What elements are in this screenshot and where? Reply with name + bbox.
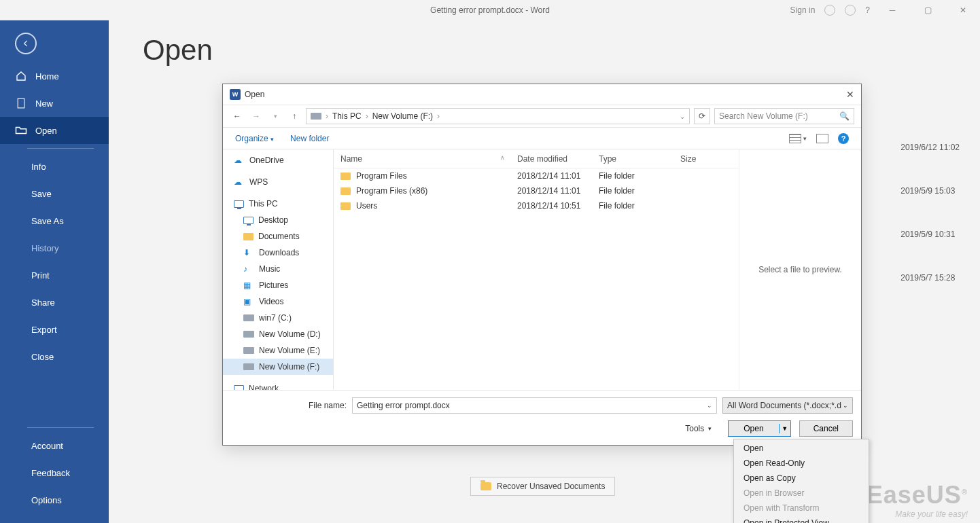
nav-recent-dropdown[interactable]: ▾	[268, 113, 283, 120]
sidebar-item-home[interactable]: Home	[0, 62, 109, 90]
open-button-main[interactable]: Open	[729, 424, 779, 433]
nav-forward-button[interactable]: →	[249, 111, 264, 121]
menu-item[interactable]: Open as Copy	[734, 471, 869, 486]
sidebar-item-save[interactable]: Save	[0, 180, 109, 207]
face-smile-icon[interactable]	[824, 5, 835, 16]
sidebar-item-options[interactable]: Options	[0, 486, 109, 513]
home-icon	[15, 70, 27, 82]
nav-up-button[interactable]: ↑	[287, 111, 302, 121]
filename-input[interactable]: Getting error prompt.docx ⌄	[352, 397, 717, 414]
menu-item[interactable]: Open in Protected View	[734, 516, 869, 523]
tree-item[interactable]: ▦Pictures	[223, 277, 333, 293]
open-split-button[interactable]: Open ▼	[728, 420, 790, 437]
open-mode-menu: OpenOpen Read-OnlyOpen as CopyOpen in Br…	[733, 439, 869, 523]
tree-label: Pictures	[259, 281, 288, 290]
file-list: Name Date modified Type Size Program Fil…	[334, 149, 739, 390]
tree-item[interactable]: New Volume (D:)	[223, 326, 333, 342]
organize-menu[interactable]: Organize ▾	[235, 134, 274, 143]
recover-unsaved-button[interactable]: Recover Unsaved Documents	[470, 477, 615, 496]
drive-icon	[243, 363, 254, 370]
dialog-close-button[interactable]: ✕	[846, 89, 854, 100]
sidebar-item-account[interactable]: Account	[0, 432, 109, 459]
tree-label: Network	[249, 384, 279, 390]
drive-icon	[243, 347, 254, 354]
tree-label: New Volume (D:)	[259, 329, 321, 339]
sidebar-item-close[interactable]: Close	[0, 343, 109, 370]
maximize-button[interactable]: ▢	[915, 0, 941, 20]
address-dropdown-icon[interactable]: ⌄	[680, 113, 685, 120]
tree-label: Documents	[258, 232, 300, 241]
sidebar-label: Open	[35, 126, 57, 136]
col-size[interactable]: Size	[673, 154, 721, 164]
sidebar-item-share[interactable]: Share	[0, 289, 109, 316]
tree-item[interactable]: ☁OneDrive	[223, 152, 333, 168]
chevron-down-icon: ⌄	[843, 402, 848, 409]
address-bar[interactable]: › This PC › New Volume (F:) › ⌄	[306, 108, 690, 124]
drive-icon	[311, 113, 321, 120]
tree-item[interactable]: New Volume (E:)	[223, 342, 333, 359]
file-type: File folder	[592, 186, 673, 196]
sidebar-item-saveas[interactable]: Save As	[0, 207, 109, 234]
tree-item[interactable]: New Volume (F:)	[223, 359, 333, 375]
new-folder-button[interactable]: New folder	[290, 134, 329, 143]
tree-item[interactable]: Network	[223, 380, 333, 390]
sidebar-item-new[interactable]: New	[0, 90, 109, 117]
tree-item[interactable]: Documents	[223, 228, 333, 245]
tree-item[interactable]: win7 (C:)	[223, 310, 333, 326]
face-frown-icon[interactable]	[845, 5, 856, 16]
drive-icon	[243, 331, 254, 338]
file-row[interactable]: Program Files (x86)2018/12/14 11:01File …	[334, 183, 739, 198]
tree-item[interactable]: Desktop	[223, 212, 333, 228]
sidebar-item-export[interactable]: Export	[0, 316, 109, 343]
filetype-dropdown[interactable]: All Word Documents (*.docx;*.d ⌄	[722, 397, 853, 414]
preview-text: Select a file to preview.	[758, 265, 842, 274]
file-row[interactable]: Users2018/12/14 10:51File folder	[334, 198, 739, 213]
videos-icon: ▣	[243, 297, 254, 306]
preview-pane-toggle[interactable]	[816, 134, 828, 143]
tree-item[interactable]: This PC	[223, 196, 333, 212]
search-box[interactable]: Search New Volume (F:) 🔍	[714, 108, 854, 124]
col-type[interactable]: Type	[592, 154, 673, 164]
nav-back-button[interactable]: ←	[230, 111, 245, 121]
folder-icon	[340, 173, 351, 180]
filename-dropdown-icon[interactable]: ⌄	[707, 402, 712, 409]
breadcrumb-root[interactable]: This PC	[332, 111, 362, 121]
menu-item[interactable]: Open Read-Only	[734, 456, 869, 471]
sidebar-label: New	[35, 98, 53, 109]
help-icon[interactable]: ?	[865, 5, 870, 15]
sidebar-item-info[interactable]: Info	[0, 153, 109, 180]
tree-item[interactable]: ⬇Downloads	[223, 245, 333, 261]
tools-menu[interactable]: Tools▾	[685, 424, 712, 433]
sidebar-item-feedback[interactable]: Feedback	[0, 459, 109, 486]
file-date: 2018/12/14 11:01	[510, 171, 592, 181]
tree-item[interactable]: ▣Videos	[223, 293, 333, 310]
menu-item[interactable]: Open	[734, 441, 869, 456]
sidebar-item-history[interactable]: History	[0, 234, 109, 262]
help-button-icon[interactable]: ?	[838, 133, 849, 144]
tree-label: This PC	[249, 199, 278, 209]
sidebar-item-open[interactable]: Open	[0, 117, 109, 144]
col-date[interactable]: Date modified	[510, 154, 592, 164]
close-window-button[interactable]: ✕	[950, 0, 976, 20]
col-name[interactable]: Name	[334, 154, 510, 164]
tree-item[interactable]: ☁WPS	[223, 174, 333, 190]
breadcrumb-volume[interactable]: New Volume (F:)	[372, 111, 433, 121]
sign-in-link[interactable]: Sign in	[790, 5, 816, 15]
tree-label: Downloads	[259, 248, 299, 257]
sidebar-item-print[interactable]: Print	[0, 262, 109, 289]
back-button[interactable]	[0, 29, 109, 58]
recent-time: 2019/5/9 10:31	[900, 230, 960, 239]
drive-icon	[243, 314, 254, 321]
preview-pane: Select a file to preview.	[739, 149, 861, 390]
file-row[interactable]: Program Files2018/12/14 11:01File folder	[334, 168, 739, 183]
cancel-button[interactable]: Cancel	[799, 420, 853, 437]
view-mode-button[interactable]: ▾	[789, 134, 807, 143]
filename-label: File name:	[231, 401, 347, 410]
tree-item[interactable]: ♪Music	[223, 261, 333, 277]
folder-icon	[480, 482, 491, 490]
file-list-header[interactable]: Name Date modified Type Size	[334, 149, 739, 168]
minimize-button[interactable]: ─	[879, 0, 905, 20]
open-folder-icon	[15, 124, 27, 137]
open-button-dropdown[interactable]: ▼	[780, 425, 790, 432]
refresh-button[interactable]: ⟳	[694, 108, 710, 124]
